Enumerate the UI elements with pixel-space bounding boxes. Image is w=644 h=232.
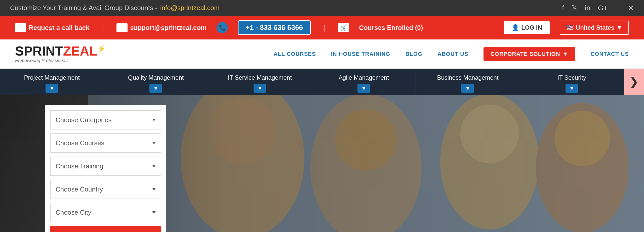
login-btn[interactable]: 👤 LOG IN: [504, 21, 550, 34]
corp-chevron: ▼: [563, 51, 569, 57]
phone-btn[interactable]: +1 - 833 636 6366: [238, 20, 311, 35]
cat-label-quality: Quality Management: [128, 74, 184, 81]
hero-wrapper: Choose Categories Choose Courses Choose …: [0, 95, 644, 232]
mail-icon-1: ✉: [15, 23, 26, 32]
request-callback-btn[interactable]: ✉ Request a call back: [15, 23, 89, 32]
cart-icon[interactable]: 🛒: [338, 23, 349, 32]
logo-sprint: SPRINT: [15, 44, 63, 58]
cat-dropdown-it-security[interactable]: ▼: [566, 84, 578, 93]
nav-corporate-btn[interactable]: CORPORATE SOLUTION ▼: [484, 47, 576, 61]
cat-label-it-service: IT Service Management: [228, 74, 292, 81]
search-btn[interactable]: SEARCH: [50, 226, 161, 232]
nav-contact[interactable]: CONTACT US: [590, 51, 629, 57]
cat-dropdown-agile[interactable]: ▼: [357, 84, 370, 93]
user-icon: 👤: [512, 24, 519, 31]
nav-all-courses[interactable]: ALL COURSES: [273, 51, 316, 57]
nav-bar: SPRINTZEAL⚡ Empowering Professionals ALL…: [0, 39, 644, 69]
announcement-email[interactable]: info@sprintzeal.com: [160, 4, 220, 12]
close-icon[interactable]: ✕: [628, 4, 634, 12]
logo-icon: ⚡: [97, 45, 106, 53]
category-nav: Project Management ▼ Quality Management …: [0, 69, 644, 95]
twitter-icon[interactable]: 𝕏: [572, 4, 577, 12]
choose-courses-select[interactable]: Choose Courses: [50, 133, 161, 153]
cat-label-it-security: IT Security: [557, 74, 586, 81]
courses-enrolled: Courses Enrolled (0): [359, 24, 423, 32]
search-panel: Choose Categories Choose Courses Choose …: [45, 105, 166, 232]
separator-1: |: [102, 23, 104, 32]
chevron-down-icon: ▼: [616, 24, 622, 31]
choose-categories-select[interactable]: Choose Categories: [50, 110, 161, 129]
separator-2: |: [323, 23, 325, 32]
cat-dropdown-quality[interactable]: ▼: [149, 84, 162, 93]
nav-links: ALL COURSES IN HOUSE TRAINING BLOG ABOUT…: [273, 47, 629, 61]
cat-dropdown-it-service[interactable]: ▼: [254, 84, 266, 93]
googleplus-icon[interactable]: G+: [598, 4, 608, 12]
next-arrow[interactable]: ❯: [624, 69, 644, 95]
corp-label: CORPORATE SOLUTION: [491, 51, 560, 57]
social-icons: f 𝕏 in G+: [562, 4, 608, 12]
cat-label-project: Project Management: [24, 74, 79, 81]
nav-blog[interactable]: BLOG: [405, 51, 422, 57]
cat-business[interactable]: Business Management ▼: [416, 69, 520, 95]
logo[interactable]: SPRINTZEAL⚡ Empowering Professionals: [15, 44, 106, 63]
logo-zeal: ZEAL: [63, 44, 97, 58]
action-bar: ✉ Request a call back | ✉ support@sprint…: [0, 16, 644, 39]
support-email-item[interactable]: ✉ support@sprintzeal.com: [116, 23, 207, 32]
phone-icon: 📞: [217, 22, 228, 33]
cat-it-service[interactable]: IT Service Management ▼: [208, 69, 312, 95]
cat-agile[interactable]: Agile Management ▼: [312, 69, 416, 95]
hero-section: Choose Categories Choose Courses Choose …: [0, 95, 644, 232]
facebook-icon[interactable]: f: [562, 4, 564, 12]
cat-it-security[interactable]: IT Security ▼: [520, 69, 624, 95]
logo-tagline: Empowering Professionals: [15, 58, 106, 63]
cat-dropdown-business[interactable]: ▼: [461, 84, 474, 93]
choose-training-select[interactable]: Choose Training: [50, 157, 161, 176]
choose-city-select[interactable]: Choose City: [50, 203, 161, 222]
country-btn[interactable]: 🇺🇸 United States ▼: [560, 21, 629, 35]
cat-label-agile: Agile Management: [339, 74, 389, 81]
choose-country-select[interactable]: Choose Country: [50, 180, 161, 199]
mail-icon-2: ✉: [116, 23, 128, 32]
cat-quality-management[interactable]: Quality Management ▼: [104, 69, 208, 95]
flag-icon: 🇺🇸: [566, 24, 574, 31]
linkedin-icon[interactable]: in: [585, 4, 590, 12]
announcement-text: Customize Your Training & Avail Group Di…: [10, 4, 157, 12]
nav-about[interactable]: ABOUT US: [437, 51, 468, 57]
cat-project-management[interactable]: Project Management ▼: [0, 69, 104, 95]
cat-dropdown-project[interactable]: ▼: [46, 84, 58, 93]
cat-label-business: Business Management: [437, 74, 498, 81]
announcement-bar: Customize Your Training & Avail Group Di…: [0, 0, 644, 16]
nav-in-house[interactable]: IN HOUSE TRAINING: [331, 51, 390, 57]
